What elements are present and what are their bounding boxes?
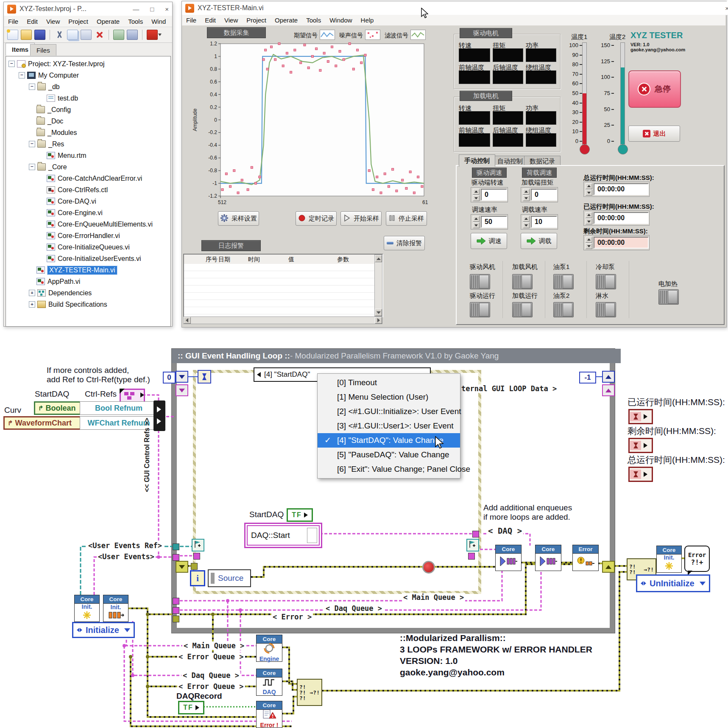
menu-item-project[interactable]: Project (64, 17, 92, 26)
shift-register-right-magenta[interactable] (602, 384, 615, 396)
cut-icon[interactable] (54, 30, 64, 39)
menu-item-file[interactable]: File (4, 17, 22, 26)
decrement-icon[interactable] (473, 195, 480, 201)
increment-icon[interactable] (523, 189, 530, 195)
sample-settings-button[interactable]: 采样设置 (218, 211, 259, 226)
boolean-control-reference[interactable]: ↱Boolean (34, 401, 81, 415)
core-engine-node[interactable]: CoreEngine (256, 635, 282, 662)
tree-item--doc[interactable]: _Doc (6, 115, 170, 127)
decrement-icon[interactable] (586, 243, 592, 249)
tree-item-my-computer[interactable]: −My Computer (6, 70, 170, 81)
toggle-switch-驱动风机[interactable] (470, 274, 490, 289)
plus-expander-icon[interactable]: + (29, 290, 35, 296)
start-sampling-button[interactable]: 开始采样 (340, 211, 382, 226)
new-vi-icon[interactable] (7, 30, 18, 40)
close-button[interactable]: × (725, 5, 728, 12)
log-column-header[interactable]: 时间 (248, 256, 260, 263)
merge-errors-node-bottom[interactable]: ?!?!?! →?! (297, 679, 322, 706)
tree-item--res[interactable]: −_Res (6, 138, 170, 150)
minus-expander-icon[interactable]: − (8, 61, 15, 67)
legend-item-dots_red[interactable]: 噪声信号 (339, 30, 380, 42)
tree-item-menu-rtm[interactable]: Menu.rtm (6, 150, 170, 161)
zero-constant[interactable]: 0 (163, 372, 176, 384)
menu-item-operate[interactable]: Operate (92, 17, 124, 26)
increment-icon[interactable] (523, 216, 530, 222)
previous-case-icon[interactable] (257, 372, 261, 377)
daqrecord-boolean-constant[interactable]: TF (178, 701, 204, 714)
alarm-log-table[interactable]: 序号日期时间值参数 (183, 254, 383, 317)
thermometer-1[interactable]: 温度11009080706050403020100 (564, 33, 594, 157)
tree-item-dependencies[interactable]: +Dependencies (6, 287, 170, 299)
timed-record-button[interactable]: 定时记录 (296, 211, 337, 226)
core-init-node[interactable]: CoreInit. (656, 546, 682, 573)
minimize-button[interactable]: — (133, 6, 139, 13)
menu-item-3[interactable]: [3] <#1.GUI::User1>: User Event (318, 419, 460, 433)
save-icon[interactable] (34, 30, 45, 40)
daq-start-string-constant[interactable]: DAQ::Start (244, 523, 322, 548)
increment-icon[interactable] (473, 189, 480, 195)
log-vertical-scrollbar[interactable] (374, 255, 382, 316)
menu-item-2[interactable]: [2] <#1.GUI::Initialize>: User Event (318, 404, 460, 419)
open-icon[interactable] (21, 30, 32, 40)
stop-sampling-button[interactable]: 停止采样 (386, 211, 427, 226)
time-indicator-terminal[interactable] (628, 438, 653, 453)
initialize-enum[interactable]: Initialize (72, 622, 135, 638)
tree-item-core-daq-vi[interactable]: Core-DAQ.vi (6, 196, 170, 207)
decrement-icon[interactable] (473, 222, 480, 228)
tree-item-project-xyz-tester-lvproj[interactable]: −Project: XYZ-Tester.lvproj (6, 58, 170, 70)
tree-item-core-enqueuemultielements-vi[interactable]: Core-EnQueueMultiElements.vi (6, 218, 170, 230)
maximize-button[interactable]: □ (150, 6, 154, 13)
tab-files[interactable]: Files (30, 44, 56, 56)
shift-register-right-blue[interactable] (602, 371, 615, 383)
core-daqw-node[interactable]: CoreDAQ (256, 669, 282, 696)
shift-register-left-blue[interactable] (176, 371, 188, 383)
shift-register-left-magenta[interactable] (176, 384, 188, 396)
decrement-icon[interactable] (523, 222, 530, 228)
log-column-header[interactable]: 日期 (218, 256, 230, 263)
legend-item-line_blue[interactable]: 期望信号 (294, 30, 335, 42)
time-indicator-terminal[interactable] (628, 409, 653, 424)
tree-item-test-db[interactable]: test.db (6, 92, 170, 104)
toggle-switch-加载风机[interactable] (512, 274, 533, 289)
tree-item--db[interactable]: −_db (6, 81, 170, 92)
menu-item-tools[interactable]: Tools (124, 17, 147, 26)
decrement-icon[interactable] (523, 195, 530, 201)
tree-item-xyz-tester-main-vi[interactable]: XYZ-TESTER-Main.vi (6, 264, 170, 276)
close-button[interactable]: × (165, 6, 169, 13)
tree-item-core-errorhandler-vi[interactable]: Core-ErrorHandler.vi (6, 230, 170, 241)
copy-icon[interactable] (67, 30, 78, 40)
paste-icon[interactable] (81, 30, 92, 40)
toggle-switch-淋水[interactable] (596, 302, 616, 317)
time-field-0[interactable]: 00:00:00 (583, 182, 650, 197)
exit-button[interactable]: 退出 (628, 126, 680, 142)
decrement-icon[interactable] (586, 190, 592, 196)
core-node-enqErr[interactable]: Error (572, 545, 599, 571)
source-string-node[interactable]: Source (208, 569, 251, 587)
waveform-chart[interactable]: 1.210.80.60.40.20-0.2-0.4-0.6-0.8-1-1.25… (190, 24, 432, 209)
menu-item-1[interactable]: [1] Menu Selection (User) (318, 390, 460, 404)
log-column-header[interactable]: 序号 (206, 256, 218, 263)
load-adjust-button[interactable]: 调载 (521, 233, 557, 249)
menu-item-wind[interactable]: Wind (147, 17, 170, 26)
resolve-conflicts-icon[interactable] (113, 30, 124, 40)
core-node-enq[interactable]: Core (535, 545, 561, 571)
core-init-node[interactable]: CoreInit. (103, 595, 128, 622)
startdaq-boolean-terminal[interactable]: TF (287, 508, 313, 522)
legend-item-line_green[interactable]: 滤波信号 (385, 30, 426, 42)
tree-item--modules[interactable]: _Modules (6, 127, 170, 138)
tree-item-core-initializequeues-vi[interactable]: Core-InitializeQueues.vi (6, 241, 170, 253)
tree-item--config[interactable]: _Config (6, 104, 170, 115)
stop-led-constant[interactable] (422, 561, 435, 574)
clear-alarm-button[interactable]: 清除报警 (384, 236, 425, 250)
menu-item-view[interactable]: View (42, 17, 64, 26)
uninitialize-enum[interactable]: UnInitialize (636, 574, 710, 592)
increment-icon[interactable] (586, 237, 592, 243)
tree-item-core-ctrlrefs-ctl[interactable]: Core-CtrlRefs.ctl (6, 184, 170, 196)
increment-icon[interactable] (586, 212, 592, 218)
toggle-switch-加载运行[interactable] (512, 302, 533, 317)
simple-error-handler-node[interactable]: Error?!+ (684, 546, 710, 572)
tree-item-core-initializeuserevents-vi[interactable]: Core-InitializeUserEvents.vi (6, 253, 170, 264)
load-torque-input[interactable]: 0 (521, 187, 558, 202)
core-errlog-node[interactable]: CoreError ! (256, 701, 282, 728)
minus-expander-icon[interactable]: − (29, 141, 35, 147)
